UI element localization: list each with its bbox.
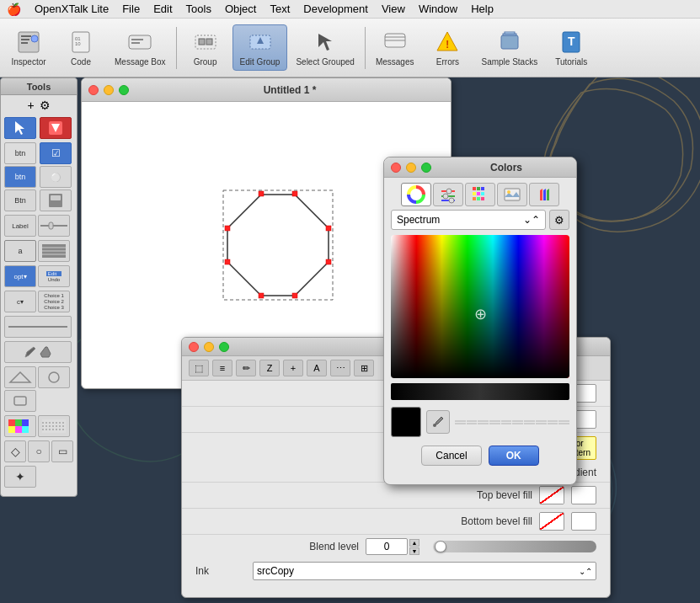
- toolbar-group[interactable]: Group: [180, 25, 231, 70]
- blend-increment-button[interactable]: ▲: [409, 539, 419, 547]
- swatch-cell[interactable]: [512, 423, 523, 424]
- swatch-cell[interactable]: [489, 420, 500, 422]
- window-close-button[interactable]: [88, 85, 99, 95]
- toolbar-messages[interactable]: Messages: [369, 25, 421, 70]
- swatch-cell[interactable]: [558, 423, 569, 424]
- tool-btn-text[interactable]: btn: [4, 142, 36, 164]
- color-mode-wheel[interactable]: [401, 183, 431, 206]
- tools-add-icon[interactable]: +: [27, 99, 34, 112]
- spectrum-dropdown[interactable]: Spectrum ⌄⌃: [391, 210, 546, 230]
- swatch-cell[interactable]: [455, 420, 466, 422]
- top-bevel-fill-swatch[interactable]: [571, 486, 596, 504]
- toolbar-message-box[interactable]: Message Box: [108, 25, 173, 70]
- bottom-bevel-fill-slash[interactable]: [539, 512, 564, 531]
- tool-scrollbar[interactable]: [40, 189, 72, 211]
- toolbar-code[interactable]: 01 10 Code: [56, 25, 106, 70]
- tool-rect[interactable]: [4, 390, 36, 412]
- tool-circle2[interactable]: ○: [28, 440, 50, 462]
- panel-tool-z[interactable]: Z: [259, 360, 280, 376]
- graphics-minimize-button[interactable]: [204, 342, 214, 352]
- swatch-cell[interactable]: [548, 420, 558, 422]
- panel-tool-pencil[interactable]: ✏: [236, 360, 256, 376]
- color-spectrum[interactable]: ⊕: [391, 235, 569, 378]
- menu-edit[interactable]: Edit: [153, 3, 172, 15]
- tool-combo[interactable]: Edit Undo: [38, 265, 70, 287]
- panel-tool-grid[interactable]: ⊞: [354, 360, 374, 376]
- panel-tool-card[interactable]: ⬚: [189, 360, 209, 376]
- swatch-cell[interactable]: [558, 420, 569, 422]
- menu-help[interactable]: Help: [471, 3, 494, 15]
- menu-text[interactable]: Text: [270, 3, 290, 15]
- color-mode-image[interactable]: [497, 183, 527, 206]
- swatch-cell[interactable]: [512, 420, 523, 422]
- swatch-cell[interactable]: [501, 420, 512, 422]
- menu-view[interactable]: View: [382, 3, 405, 15]
- tool-text-field[interactable]: a: [4, 240, 36, 262]
- tool-color-picker[interactable]: [4, 415, 36, 437]
- tool-line[interactable]: [4, 316, 72, 338]
- colors-maximize-button[interactable]: [421, 163, 431, 173]
- menu-development[interactable]: Development: [303, 3, 368, 15]
- menu-app[interactable]: OpenXTalk Lite: [35, 3, 109, 15]
- toolbar-tutorials[interactable]: T Tutorials: [546, 25, 596, 70]
- panel-tool-plus[interactable]: +: [283, 360, 303, 376]
- colors-ok-button[interactable]: OK: [489, 446, 539, 466]
- swatch-cell[interactable]: [536, 423, 547, 424]
- tool-pencil-pen[interactable]: [4, 341, 72, 363]
- tool-choices[interactable]: Choice 1 Choice 2 Choice 3: [38, 291, 70, 312]
- swatch-cell[interactable]: [478, 423, 489, 424]
- tool-c-option[interactable]: c▾: [4, 291, 36, 312]
- top-bevel-fill-slash[interactable]: [539, 486, 564, 504]
- spectrum-gear-button[interactable]: ⚙: [549, 210, 569, 230]
- tool-arrow[interactable]: [4, 117, 36, 139]
- tool-option[interactable]: opt▾: [4, 265, 36, 287]
- color-mode-palette[interactable]: [465, 183, 495, 206]
- blend-slider[interactable]: [433, 541, 596, 552]
- swatch-cell[interactable]: [536, 420, 547, 422]
- window-maximize-button[interactable]: [119, 85, 129, 95]
- swatch-cell[interactable]: [489, 423, 500, 424]
- tool-list[interactable]: [38, 240, 70, 262]
- swatch-cell[interactable]: [501, 423, 512, 424]
- swatch-cell[interactable]: [455, 423, 466, 424]
- toolbar-inspector[interactable]: Inspector: [3, 25, 54, 70]
- panel-tool-list[interactable]: ≡: [212, 360, 232, 376]
- color-mode-sliders[interactable]: [433, 183, 463, 206]
- ink-select[interactable]: srcCopy ⌄⌃: [253, 562, 596, 580]
- panel-tool-dots[interactable]: ⋯: [330, 360, 350, 376]
- octagon-shape[interactable]: [219, 186, 337, 304]
- tool-btn-blue[interactable]: btn: [4, 166, 36, 188]
- toolbar-select-grouped[interactable]: Select Grouped: [289, 25, 361, 70]
- menu-window[interactable]: Window: [419, 3, 457, 15]
- apple-menu[interactable]: 🍎: [7, 3, 21, 16]
- graphics-close-button[interactable]: [189, 342, 199, 352]
- tool-label[interactable]: Label: [4, 215, 36, 237]
- swatch-cell[interactable]: [524, 420, 535, 422]
- tool-checkbox[interactable]: ☑: [40, 142, 72, 164]
- colors-close-button[interactable]: [391, 163, 401, 173]
- eyedropper-button[interactable]: [426, 410, 450, 434]
- color-black-bar[interactable]: [391, 383, 569, 400]
- tool-radio[interactable]: ⚪: [40, 166, 72, 188]
- tool-shapes[interactable]: [4, 366, 36, 388]
- tool-fill[interactable]: [40, 117, 72, 139]
- menu-object[interactable]: Object: [225, 3, 257, 15]
- blend-thumb[interactable]: [435, 541, 446, 552]
- swatch-cell[interactable]: [524, 423, 535, 424]
- bottom-bevel-fill-swatch[interactable]: [571, 512, 596, 531]
- toolbar-edit-group[interactable]: Edit Group: [232, 24, 288, 71]
- colors-cancel-button[interactable]: Cancel: [421, 446, 481, 466]
- tool-slider[interactable]: [38, 215, 70, 237]
- menu-tools[interactable]: Tools: [186, 3, 211, 15]
- tool-rounded-rect[interactable]: ▭: [51, 440, 73, 462]
- toolbar-sample-stacks[interactable]: Sample Stacks: [474, 25, 544, 70]
- tool-star[interactable]: ✦: [4, 466, 36, 488]
- colors-minimize-button[interactable]: [406, 163, 416, 173]
- tools-gear-icon[interactable]: ⚙: [40, 99, 51, 112]
- swatch-cell[interactable]: [467, 423, 478, 424]
- blend-level-input[interactable]: 0: [366, 538, 408, 555]
- octagon-container[interactable]: [219, 186, 337, 304]
- toolbar-errors[interactable]: ! Errors: [422, 25, 473, 70]
- window-minimize-button[interactable]: [104, 85, 114, 95]
- tool-pattern[interactable]: [38, 415, 70, 437]
